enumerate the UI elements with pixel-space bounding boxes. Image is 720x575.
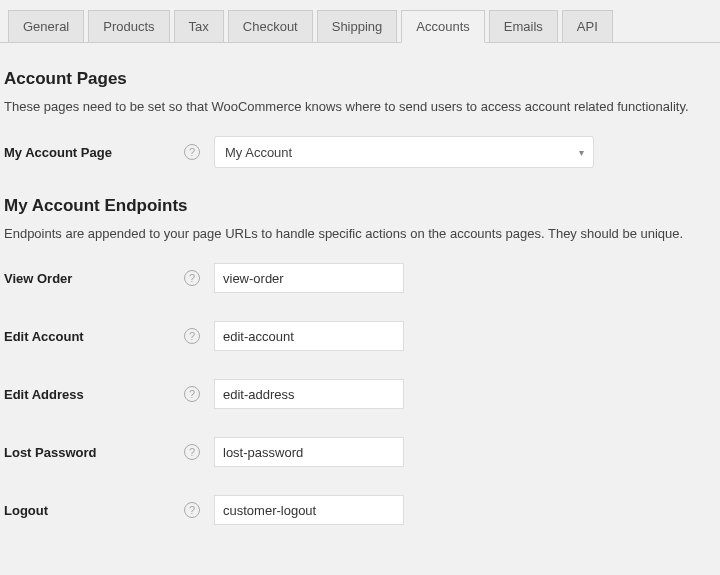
logout-input[interactable] — [214, 495, 404, 525]
label-text: Edit Address — [4, 387, 84, 402]
logout-row: Logout ? — [4, 495, 716, 525]
edit-account-label: Edit Account ? — [4, 328, 214, 344]
account-pages-title: Account Pages — [4, 69, 716, 89]
tab-products[interactable]: Products — [88, 10, 169, 42]
tab-accounts[interactable]: Accounts — [401, 10, 484, 43]
label-text: My Account Page — [4, 145, 112, 160]
edit-address-row: Edit Address ? — [4, 379, 716, 409]
edit-address-label: Edit Address ? — [4, 386, 214, 402]
label-text: Logout — [4, 503, 48, 518]
endpoints-description: Endpoints are appended to your page URLs… — [4, 226, 716, 241]
tab-api[interactable]: API — [562, 10, 613, 42]
edit-account-input[interactable] — [214, 321, 404, 351]
tab-checkout[interactable]: Checkout — [228, 10, 313, 42]
view-order-input[interactable] — [214, 263, 404, 293]
my-account-page-label: My Account Page ? — [4, 144, 214, 160]
lost-password-label: Lost Password ? — [4, 444, 214, 460]
settings-panel: Account Pages These pages need to be set… — [0, 43, 720, 557]
edit-account-row: Edit Account ? — [4, 321, 716, 351]
help-icon[interactable]: ? — [184, 144, 200, 160]
view-order-label: View Order ? — [4, 270, 214, 286]
tab-emails[interactable]: Emails — [489, 10, 558, 42]
help-icon[interactable]: ? — [184, 386, 200, 402]
my-account-page-row: My Account Page ? My Account ▾ — [4, 136, 716, 168]
edit-address-input[interactable] — [214, 379, 404, 409]
tab-shipping[interactable]: Shipping — [317, 10, 398, 42]
my-account-page-select-wrap: My Account ▾ — [214, 136, 594, 168]
help-icon[interactable]: ? — [184, 444, 200, 460]
help-icon[interactable]: ? — [184, 270, 200, 286]
help-icon[interactable]: ? — [184, 328, 200, 344]
my-account-page-select[interactable]: My Account — [214, 136, 594, 168]
lost-password-row: Lost Password ? — [4, 437, 716, 467]
endpoints-title: My Account Endpoints — [4, 196, 716, 216]
account-pages-description: These pages need to be set so that WooCo… — [4, 99, 716, 114]
tab-tax[interactable]: Tax — [174, 10, 224, 42]
lost-password-input[interactable] — [214, 437, 404, 467]
logout-label: Logout ? — [4, 502, 214, 518]
tab-general[interactable]: General — [8, 10, 84, 42]
label-text: Edit Account — [4, 329, 84, 344]
settings-tabs: General Products Tax Checkout Shipping A… — [0, 10, 720, 43]
label-text: View Order — [4, 271, 72, 286]
help-icon[interactable]: ? — [184, 502, 200, 518]
label-text: Lost Password — [4, 445, 96, 460]
view-order-row: View Order ? — [4, 263, 716, 293]
